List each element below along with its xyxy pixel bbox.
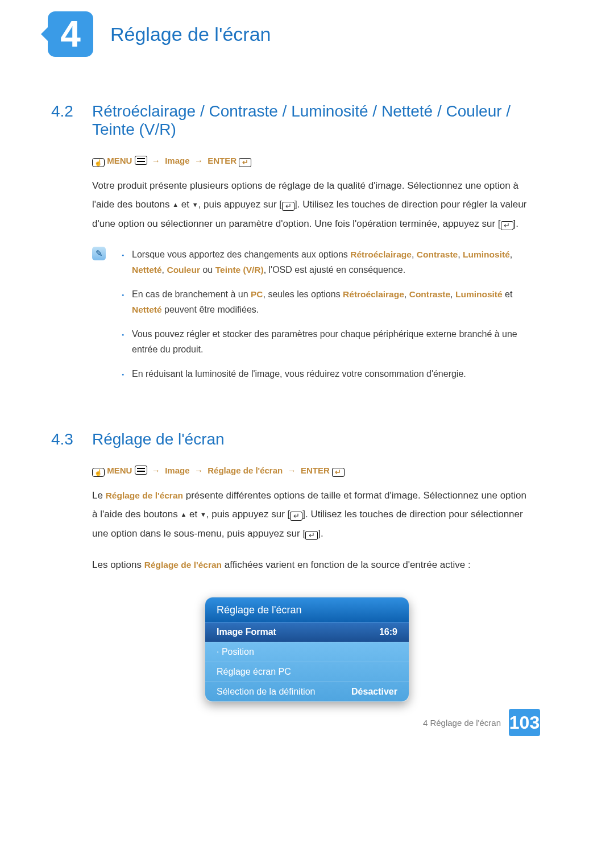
path-image: Image [165, 156, 189, 165]
osd-row-label: Image Format [217, 627, 276, 637]
menu-icon [135, 466, 147, 475]
text: En cas de branchement à un [132, 289, 251, 299]
note-42-1: Lorsque vous apportez des changements au… [116, 247, 529, 277]
path-reglage: Réglage de l'écran [208, 466, 283, 475]
text: , puis appuyez sur [ [206, 509, 290, 520]
para-43-b: à l'aide des boutons ▲ et ▼, puis appuye… [0, 505, 614, 524]
page-number: 103 [509, 709, 540, 736]
osd-row[interactable]: Réglage écran PC [205, 662, 409, 682]
section-4-3-heading: 4.3 Réglage de l'écran [0, 430, 614, 448]
section-number: 4.3 [51, 430, 92, 448]
hl: Réglage de l'écran [106, 491, 183, 500]
osd-menu: Réglage de l'écran Image Format16:9· Pos… [205, 597, 409, 702]
osd-row-label: Réglage écran PC [217, 667, 291, 677]
hl: Couleur [167, 265, 200, 275]
text: , l'OSD est ajusté en conséquence. [264, 265, 405, 275]
text: ]. Utilisez les touches de direction pou… [294, 199, 526, 210]
osd-row-label: · Position [217, 647, 254, 657]
path-enter: ENTER [301, 466, 330, 475]
note-42-2: En cas de branchement à un PC, seules le… [116, 286, 529, 317]
chapter-header: 4 Réglage de l'écran [48, 11, 614, 57]
hl: Contraste [409, 289, 450, 299]
enter-icon [305, 531, 318, 540]
menu-path-42: ☝ MENU → Image → ENTER [0, 156, 614, 167]
osd-row-value: 16:9 [379, 627, 397, 637]
menu-path-43: ☝ MENU → Image → Réglage de l'écran → EN… [0, 466, 614, 477]
para-42-c: d'une option ou sélectionner un paramètr… [0, 214, 614, 233]
path-menu: MENU [107, 466, 132, 475]
path-enter: ENTER [208, 156, 237, 165]
hl: Netteté [132, 265, 162, 275]
text: ]. Utilisez les touches de direction pou… [302, 509, 522, 520]
text: Les options [92, 559, 144, 570]
osd-title: Réglage de l'écran [205, 597, 409, 622]
osd-body: Image Format16:9· PositionRéglage écran … [205, 622, 409, 701]
text: d'une option ou sélectionner un paramètr… [92, 218, 501, 229]
page-footer: 4 Réglage de l'écran 103 [423, 709, 540, 736]
path-image: Image [165, 466, 189, 475]
hand-icon: ☝ [92, 158, 105, 167]
text: et [186, 509, 200, 520]
osd-row[interactable]: Image Format16:9 [205, 622, 409, 642]
menu-icon [135, 156, 147, 165]
hl: Luminosité [463, 250, 510, 259]
text: et [503, 289, 513, 299]
chapter-title: Réglage de l'écran [110, 23, 271, 45]
text: affichées varient en fonction de la sour… [222, 559, 471, 570]
chapter-number-badge: 4 [48, 11, 93, 57]
enter-icon [501, 221, 513, 230]
down-triangle-icon: ▼ [192, 201, 198, 208]
footer-label: 4 Réglage de l'écran [423, 718, 501, 728]
text: présente différentes options de taille e… [183, 490, 526, 501]
text: à l'aide des boutons [92, 509, 180, 520]
enter-icon [290, 512, 302, 521]
hl: Réglage de l'écran [144, 560, 222, 570]
section-4-2-heading: 4.2 Rétroéclairage / Contraste / Luminos… [0, 102, 614, 139]
text: ]. [513, 218, 518, 229]
osd-row-label: Sélection de la définition [217, 687, 315, 697]
path-menu: MENU [107, 156, 132, 165]
text: Lorsque vous apportez des changements au… [132, 250, 350, 259]
hl: PC [251, 289, 263, 299]
hl: Netteté [132, 305, 162, 314]
hl: Rétroéclairage [343, 289, 404, 299]
para-43-a: Le Réglage de l'écran présente différent… [0, 486, 614, 505]
notes-42: ✎ Lorsque vous apportez des changements … [0, 247, 614, 391]
up-triangle-icon: ▲ [172, 201, 179, 208]
text: une option dans le sous-menu, puis appuy… [92, 528, 305, 539]
enter-icon [282, 202, 294, 211]
text: , seules les options [263, 289, 343, 299]
enter-icon [239, 158, 251, 167]
hl: Rétroéclairage [350, 250, 412, 259]
section-title: Réglage de l'écran [92, 430, 524, 448]
osd-row[interactable]: Sélection de la définitionDésactiver [205, 682, 409, 701]
osd-row-value: Désactiver [351, 687, 397, 697]
pencil-icon: ✎ [92, 247, 106, 260]
section-title: Rétroéclairage / Contraste / Luminosité … [92, 102, 524, 139]
up-triangle-icon: ▲ [180, 511, 186, 518]
section-number: 4.2 [51, 102, 92, 139]
text: et [179, 199, 192, 210]
note-42-4: En réduisant la luminosité de l'image, v… [116, 366, 529, 381]
hand-icon: ☝ [92, 468, 105, 477]
text: ]. [318, 528, 323, 539]
hl: Contraste [417, 250, 458, 259]
text: , puis appuyez sur [ [198, 199, 282, 210]
enter-icon [332, 468, 345, 477]
text: , [412, 250, 417, 259]
hl: Luminosité [455, 289, 503, 299]
osd-row[interactable]: · Position [205, 642, 409, 662]
text: ou [200, 265, 215, 275]
text: peuvent être modifiées. [162, 305, 259, 314]
text: , [458, 250, 463, 259]
down-triangle-icon: ▼ [200, 511, 206, 518]
para-42-a: Votre produit présente plusieurs options… [0, 176, 614, 195]
text: l'aide des boutons [92, 199, 172, 210]
hl: Teinte (V/R) [215, 265, 264, 275]
text: Le [92, 490, 106, 501]
note-42-3: Vous pouvez régler et stocker des paramè… [116, 326, 529, 357]
para-42-b: l'aide des boutons ▲ et ▼, puis appuyez … [0, 195, 614, 214]
para-43-d: Les options Réglage de l'écran affichées… [0, 555, 614, 574]
para-43-c: une option dans le sous-menu, puis appuy… [0, 524, 614, 543]
